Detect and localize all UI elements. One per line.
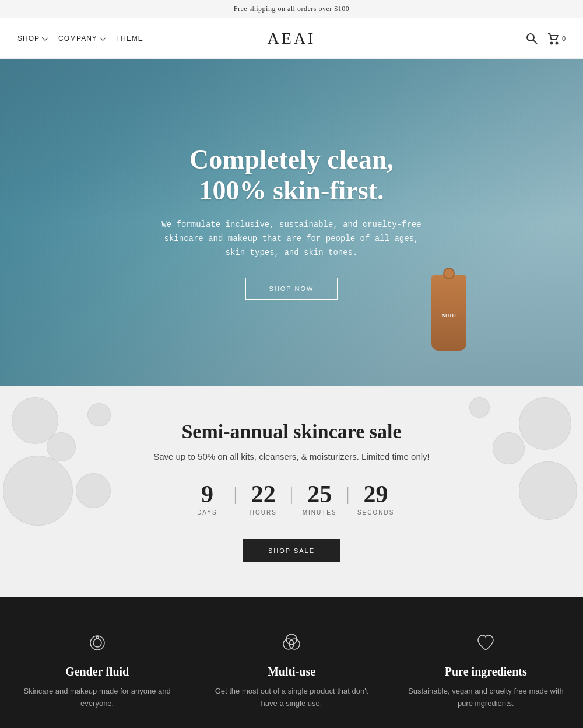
- company-nav-item[interactable]: COMPANY: [58, 34, 104, 43]
- banner-text: Free shipping on all orders over $100: [234, 5, 349, 13]
- feature-icon-wrapper-1: [17, 632, 177, 653]
- hero-section: Completely clean, 100% skin-first. We fo…: [0, 59, 583, 386]
- countdown-minutes: 25 MINUTES: [296, 482, 343, 516]
- site-logo[interactable]: AEAI: [268, 29, 316, 48]
- search-icon: [525, 32, 538, 45]
- feature-title-2: Multi-use: [212, 665, 371, 678]
- header: SHOP COMPANY THEME AEAI 0: [0, 18, 583, 59]
- theme-nav-item[interactable]: THEME: [116, 34, 143, 43]
- hours-label: HOURS: [250, 509, 277, 516]
- seconds-label: SECONDS: [357, 509, 394, 516]
- countdown-timer: 9 DAYS | 22 HOURS | 25 MINUTES | 29 SECO…: [23, 482, 560, 516]
- theme-label: THEME: [116, 34, 143, 43]
- heart-icon: [475, 632, 496, 653]
- days-number: 9: [201, 482, 213, 506]
- shop-chevron-icon: [42, 34, 48, 40]
- feature-icon-wrapper-3: [406, 632, 566, 653]
- cart-icon: [547, 32, 560, 45]
- feature-title-1: Gender fluid: [17, 665, 177, 678]
- sale-title: Semi-annual skincare sale: [23, 421, 560, 443]
- separator-3: |: [343, 484, 352, 503]
- feature-multi-use: Multi-use Get the most out of a single p…: [194, 632, 388, 710]
- hero-subtitle: We formulate inclusive, sustainable, and…: [157, 218, 426, 260]
- header-right: 0: [525, 32, 566, 45]
- svg-point-5: [93, 639, 101, 647]
- separator-1: |: [230, 484, 240, 503]
- circles-icon: [281, 632, 302, 653]
- minutes-label: MINUTES: [303, 509, 337, 516]
- top-banner: Free shipping on all orders over $100: [0, 0, 583, 18]
- svg-point-3: [556, 42, 557, 44]
- seconds-number: 29: [364, 482, 388, 506]
- shop-nav-item[interactable]: SHOP: [17, 34, 47, 43]
- svg-line-1: [533, 40, 537, 44]
- main-nav: SHOP COMPANY THEME: [17, 34, 143, 43]
- company-chevron-icon: [100, 34, 106, 40]
- svg-point-4: [90, 636, 104, 650]
- shop-now-button[interactable]: SHOP NOW: [245, 278, 338, 300]
- search-button[interactable]: [525, 32, 538, 45]
- feature-desc-3: Sustainable, vegan and cruelty free made…: [406, 685, 566, 710]
- sale-subtitle: Save up to 50% on all kits, cleansers, &…: [23, 452, 560, 461]
- hero-product-image: NOTO: [431, 275, 466, 351]
- feature-desc-1: Skincare and makeup made for anyone and …: [17, 685, 177, 710]
- svg-point-0: [527, 34, 534, 41]
- hours-number: 22: [251, 482, 276, 506]
- shop-label: SHOP: [17, 34, 40, 43]
- feature-icon-wrapper-2: [212, 632, 371, 653]
- days-label: DAYS: [197, 509, 217, 516]
- ring-icon: [87, 632, 108, 653]
- sale-section: Semi-annual skincare sale Save up to 50%…: [0, 386, 583, 597]
- separator-2: |: [287, 484, 296, 503]
- cart-count: 0: [562, 35, 566, 42]
- cart-button[interactable]: 0: [547, 32, 566, 45]
- feature-desc-2: Get the most out of a single product tha…: [212, 685, 371, 710]
- feature-gender-fluid: Gender fluid Skincare and makeup made fo…: [0, 632, 194, 710]
- features-section: Gender fluid Skincare and makeup made fo…: [0, 597, 583, 728]
- company-label: COMPANY: [58, 34, 97, 43]
- countdown-hours: 22 HOURS: [240, 482, 287, 516]
- countdown-days: 9 DAYS: [184, 482, 230, 516]
- svg-point-2: [550, 42, 552, 44]
- feature-title-3: Pure ingredients: [406, 665, 566, 678]
- countdown-seconds: 29 SECONDS: [353, 482, 399, 516]
- minutes-number: 25: [307, 482, 332, 506]
- feature-pure-ingredients: Pure ingredients Sustainable, vegan and …: [389, 632, 583, 710]
- hero-content: Completely clean, 100% skin-first. We fo…: [146, 145, 437, 299]
- hero-title: Completely clean, 100% skin-first.: [157, 145, 426, 206]
- shop-sale-button[interactable]: SHOP SALE: [243, 539, 340, 562]
